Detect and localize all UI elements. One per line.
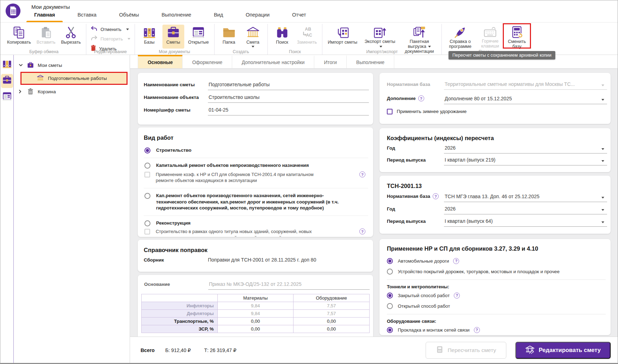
tab-execution[interactable]: Выполнение bbox=[347, 55, 394, 68]
help-icon[interactable]: ? bbox=[359, 171, 365, 177]
row-label: Транспортные, % bbox=[142, 318, 218, 325]
menu-tab-execution[interactable]: Выполнение bbox=[159, 12, 194, 22]
year-select[interactable]: 2026 bbox=[444, 145, 607, 153]
estimate-number-input[interactable]: 01-04-25 bbox=[208, 107, 369, 115]
cell-input[interactable]: 0,00 bbox=[293, 318, 370, 325]
help-icon[interactable]: ? bbox=[453, 258, 459, 264]
undo-button[interactable]: Отменить bbox=[91, 26, 130, 33]
redo-icon bbox=[91, 35, 98, 42]
import-estimate-button[interactable]: Импорт сметы bbox=[326, 25, 359, 49]
paste-button[interactable]: Вставить bbox=[35, 25, 57, 49]
rail-bases-button[interactable] bbox=[1, 58, 13, 72]
help-icon[interactable]: ? bbox=[418, 95, 424, 101]
tsn-base-select[interactable]: ТСН МГЭ глава 13. Доп. 46 от 25.12.2025 bbox=[444, 194, 607, 202]
release-period-select[interactable]: I квартал (выпуск 219) bbox=[444, 157, 607, 165]
estimate-number-label: Номер/шифр сметы bbox=[144, 107, 208, 115]
cell-value: 9,84 bbox=[217, 302, 293, 310]
corrections-title: Справочник поправок bbox=[144, 247, 369, 253]
undo-dropdown-icon bbox=[126, 29, 129, 30]
replace-button[interactable]: ABAC Заменить bbox=[295, 25, 319, 49]
title-bar: Мои документы Главная Вставка Объёмы Вып… bbox=[0, 0, 618, 22]
menu-tab-insert[interactable]: Вставка bbox=[75, 12, 99, 22]
help-icon[interactable]: ? bbox=[359, 228, 365, 234]
building-icon bbox=[246, 26, 260, 40]
option-pavements[interactable]: Устройство покрытий дорожек, тротуаров, … bbox=[387, 266, 606, 277]
tree-item-trash[interactable]: Корзина bbox=[14, 86, 130, 98]
tsn-period-select[interactable]: I квартал (выпуск 64) bbox=[444, 218, 607, 227]
copy-button[interactable]: Копировать bbox=[5, 25, 33, 49]
about-button[interactable]: Справка о программе bbox=[445, 25, 475, 49]
rail-estimates-button[interactable] bbox=[1, 74, 13, 88]
group-label-search: Поиск bbox=[268, 49, 322, 54]
menu-tab-operations[interactable]: Операции bbox=[243, 12, 272, 22]
table-row: ЗСР, % 0,00 0,00 bbox=[142, 325, 370, 333]
change-base-button[interactable]: Сменить базу bbox=[505, 25, 529, 49]
tooltip: Пересчет сметы с сохранением архивной ко… bbox=[449, 51, 555, 59]
help-icon[interactable]: ? bbox=[474, 327, 480, 333]
ribbon-toolbar: Копировать Вставить Вырезать Буфер обмен… bbox=[0, 22, 618, 55]
object-name-input[interactable]: Строительство школы bbox=[208, 94, 369, 103]
redo-button[interactable]: Повторить bbox=[91, 35, 130, 42]
bases-button[interactable]: Базы bbox=[138, 25, 160, 49]
cell-input[interactable]: 0,00 bbox=[217, 318, 293, 325]
rail-opened-button[interactable] bbox=[1, 90, 13, 104]
radio-selected-icon bbox=[387, 258, 393, 264]
menu-tab-volumes[interactable]: Объёмы bbox=[116, 12, 142, 22]
estimate-name-input[interactable]: Подготовительные работы bbox=[208, 82, 369, 90]
edit-estimate-button[interactable]: Редактировать смету bbox=[515, 342, 611, 359]
option-networks[interactable]: Прокладка и монтаж сетей связи? bbox=[387, 325, 606, 335]
help-icon[interactable]: ? bbox=[454, 293, 460, 299]
dropdown-caret-icon bbox=[601, 160, 604, 162]
dropdown-caret-icon bbox=[601, 148, 604, 150]
export-estimate-button[interactable]: Экспорт сметы bbox=[361, 25, 398, 49]
estimates-button[interactable]: Сметы bbox=[162, 25, 184, 49]
tab-additional-settings[interactable]: Дополнительные настройки bbox=[232, 55, 314, 68]
card-corrections: Справочник поправок Сборник Поправки для… bbox=[138, 240, 373, 272]
row-label: Дефляторы bbox=[142, 310, 218, 318]
supplement-select[interactable]: Дополнение 80 от 15.12.2025 bbox=[444, 96, 607, 104]
work-type-option-reconstruction[interactable]: Реконструкция bbox=[144, 217, 368, 227]
paste-icon bbox=[39, 26, 53, 40]
work-type-title: Вид работ bbox=[144, 134, 368, 141]
work-type-option-capital-repair[interactable]: Капитальный ремонт объектов непроизводст… bbox=[144, 159, 368, 170]
normative-base-select[interactable]: Территориальные сметные нормативы для Мо… bbox=[444, 81, 607, 90]
menu-tab-home[interactable]: Главная bbox=[31, 12, 58, 22]
work-type-option-construction[interactable]: Строительство bbox=[144, 144, 368, 157]
tab-formatting[interactable]: Оформление bbox=[183, 55, 232, 68]
tree-item-selected-estimate[interactable]: Подготовительные работы bbox=[20, 72, 128, 85]
chevron-right-icon[interactable] bbox=[19, 89, 24, 94]
undo-icon bbox=[91, 26, 98, 33]
winter-costs-checkbox[interactable]: Применить зимнее удорожание bbox=[387, 108, 607, 114]
work-type-checkbox-nr-sp[interactable]: Применение коэф. к НР и СП для сборников… bbox=[144, 170, 368, 187]
cut-button[interactable]: Вырезать bbox=[59, 25, 82, 49]
search-button[interactable]: Поиск bbox=[271, 25, 293, 49]
menu-tab-view[interactable]: Вид bbox=[211, 12, 226, 22]
recalculate-button[interactable]: Пересчитать смету bbox=[426, 342, 506, 359]
divider bbox=[144, 188, 368, 188]
cell-input[interactable]: 0,00 bbox=[217, 325, 293, 333]
cell-input[interactable]: 0,00 bbox=[293, 325, 370, 333]
batch-export-button[interactable]: Пакетная выгрузкадокументации bbox=[401, 25, 438, 49]
option-auto-roads[interactable]: Автомобильные дороги? bbox=[387, 256, 606, 266]
work-type-checkbox-single-title[interactable]: Строительство в рамках одного титула нов… bbox=[144, 227, 368, 237]
opened-button[interactable]: Открытые bbox=[186, 25, 211, 49]
tsn-title: ТСН-2001.13 bbox=[387, 183, 607, 189]
chevron-down-icon[interactable] bbox=[19, 64, 24, 67]
tunnels-subheader: Тоннели и метрополитены: bbox=[387, 281, 606, 290]
create-folder-button[interactable]: Папка bbox=[218, 25, 240, 49]
tab-totals[interactable]: Итоги bbox=[314, 55, 347, 68]
basis-input[interactable]: Приказ № МКЭ-ОД/25-132 от 22.12.2025 bbox=[208, 281, 370, 290]
tree-item-my-estimates[interactable]: Мои сметы bbox=[14, 59, 130, 71]
option-closed-method[interactable]: Закрытый способ работ? bbox=[387, 290, 606, 301]
radio-selected-icon bbox=[144, 148, 150, 153]
create-estimate-button[interactable]: Смета bbox=[242, 25, 264, 49]
help-icon[interactable]: ? bbox=[433, 193, 439, 199]
object-name-label: Наименование объекта bbox=[144, 95, 208, 103]
work-type-option-production-repair[interactable]: Кап.ремонт объектов производственного на… bbox=[144, 189, 368, 214]
tab-main[interactable]: Основные bbox=[138, 55, 183, 68]
batch-export-icon bbox=[412, 26, 426, 39]
menu-tab-report[interactable]: Отчет bbox=[289, 12, 309, 22]
option-open-method[interactable]: Открытый способ работ bbox=[387, 301, 606, 311]
tsn-year-select[interactable]: 2026 bbox=[444, 206, 607, 214]
hotkeys-button[interactable]: Горячие клавиши bbox=[477, 25, 503, 49]
